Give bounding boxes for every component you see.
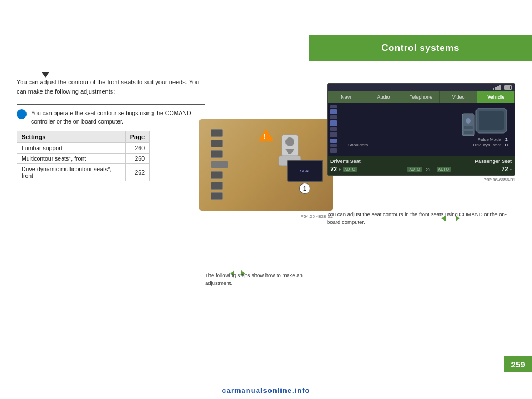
driver-temp-value: 72 xyxy=(330,166,337,172)
right-screen-area: Navi Audio Telephone Video Vehicle xyxy=(327,83,515,182)
shoulders-area: Shoulders xyxy=(348,139,368,149)
seat-icon-area: SEAT xyxy=(268,132,315,179)
driv-dyn-area: Driv. dyn. seat 0 xyxy=(473,139,508,149)
right-body-text-area: You can adjust the seat contours in the … xyxy=(327,211,515,227)
on-badge: on xyxy=(424,167,432,172)
header-title: Control systems xyxy=(381,43,459,54)
page-cell-0: 260 xyxy=(125,143,149,154)
svg-point-6 xyxy=(466,118,471,124)
shoulders-label: Shoulders xyxy=(348,142,368,147)
svg-rect-8 xyxy=(464,131,473,134)
panel-btn-5 xyxy=(211,182,223,190)
screen-caption: P82.86-6656-31 xyxy=(327,177,515,182)
blue-bullet-icon xyxy=(17,109,27,119)
page-cell-1: 260 xyxy=(125,154,149,164)
passenger-temp-value: 72 xyxy=(501,166,508,172)
panel-btn-wide xyxy=(211,161,228,168)
passenger-temp-unit: F xyxy=(510,167,512,171)
driver-auto-badge: AUTO xyxy=(343,167,357,172)
screen-bottom-bar: Driver's Seat Passenger Seat 72 F AUTO A… xyxy=(328,156,515,175)
seat-panel-inner: ! SEAT 1 xyxy=(206,124,326,206)
right-body-text: You can adjust the seat contours in the … xyxy=(327,211,515,227)
table-row: Lumbar support260 xyxy=(17,143,150,154)
tab-audio[interactable]: Audio xyxy=(365,91,403,103)
screen-nav-tabs: Navi Audio Telephone Video Vehicle xyxy=(328,91,515,103)
bullet-note-text: You can operate the seat contour setting… xyxy=(31,109,205,125)
setting-cell-0: Lumbar support xyxy=(17,143,126,154)
seat-controls-row: 72 F AUTO AUTO on AUTO 72 F xyxy=(330,166,512,172)
page-col-header: Page xyxy=(125,131,149,143)
screen-display: Navi Audio Telephone Video Vehicle xyxy=(327,83,515,176)
left-content-area: You can adjust the contour of the front … xyxy=(17,66,205,187)
tab-navi[interactable]: Navi xyxy=(328,91,365,103)
svg-rect-7 xyxy=(464,126,473,129)
panel-btn-2 xyxy=(211,140,223,147)
screen-content-area: Pulse Mode 1 Shoulders Driv. dyn. seat 0 xyxy=(328,103,515,156)
callout-number-1: 1 xyxy=(299,183,310,194)
seat-panel-visual: ! SEAT 1 xyxy=(200,119,332,211)
settings-col-header: Settings xyxy=(17,131,126,143)
seat-panel-image: ! SEAT 1 xyxy=(200,119,332,211)
driv-dyn-value: 0 xyxy=(505,142,508,147)
table-row: Drive-dynamic multicontour seats*, front… xyxy=(17,164,150,181)
center-bottom-text: The following steps show how to make an … xyxy=(205,272,327,288)
tab-telephone[interactable]: Telephone xyxy=(402,91,440,103)
panel-button-group xyxy=(211,129,228,200)
seat-screen: SEAT xyxy=(287,160,323,182)
screen-eq-bars xyxy=(330,105,337,153)
center-seat-controls: AUTO on AUTO xyxy=(407,166,450,172)
panel-btn-4 xyxy=(211,171,223,179)
header-bar: Control systems xyxy=(309,35,532,61)
setting-cell-2: Drive-dynamic multicontour seats*, front xyxy=(17,164,126,181)
page-number: 259 xyxy=(511,360,525,369)
svg-rect-4 xyxy=(479,111,504,130)
driver-temp-unit: F xyxy=(339,167,341,171)
watermark-text: carmanualsonline.info xyxy=(222,386,310,395)
panel-btn-3 xyxy=(211,150,223,158)
panel-btn-6 xyxy=(211,192,223,200)
seat-labels-row: Driver's Seat Passenger Seat xyxy=(330,158,512,164)
divider-line xyxy=(434,166,434,172)
panel-btn-1 xyxy=(211,129,223,137)
driver-seat-label: Driver's Seat xyxy=(330,158,361,164)
table-row: Multicontour seats*, front260 xyxy=(17,154,150,164)
section-divider xyxy=(17,104,205,105)
passenger-seat-label: Passenger Seat xyxy=(475,158,512,164)
settings-table: Settings Page Lumbar support260Multicont… xyxy=(17,131,150,181)
driv-dyn-label: Driv. dyn. seat xyxy=(473,142,502,147)
watermark: carmanualsonline.info xyxy=(0,386,532,395)
center-auto-badge: AUTO xyxy=(407,167,421,172)
screen-status-bar xyxy=(328,84,515,91)
svg-point-2 xyxy=(285,137,294,146)
page-number-badge: 259 xyxy=(504,356,532,372)
tab-video[interactable]: Video xyxy=(440,91,478,103)
screen-main-content: Pulse Mode 1 Shoulders Driv. dyn. seat 0 xyxy=(340,105,512,153)
passenger-temp-display: 72 F xyxy=(501,166,512,172)
center-bottom-paragraph: The following steps show how to make an … xyxy=(205,272,327,288)
setting-cell-1: Multicontour seats*, front xyxy=(17,154,126,164)
tab-vehicle[interactable]: Vehicle xyxy=(477,91,515,103)
center-auto-badge-2: AUTO xyxy=(437,167,451,172)
intro-text: You can adjust the contour of the front … xyxy=(17,78,205,96)
driver-temp-display: 72 F AUTO xyxy=(330,166,357,172)
page-cell-2: 262 xyxy=(125,164,149,181)
